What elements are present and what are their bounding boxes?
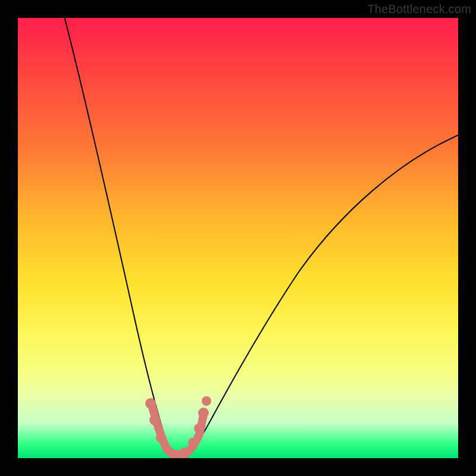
watermark-text: TheBottleneck.com: [367, 2, 471, 16]
curve-right-branch: [176, 134, 458, 456]
marker-dot: [198, 408, 209, 418]
marker-dot: [163, 445, 173, 455]
marker-dot: [180, 447, 189, 457]
curve-left-branch: [63, 18, 176, 456]
plot-area: [18, 18, 458, 458]
marker-dot: [202, 396, 211, 406]
marker-dot: [194, 424, 203, 433]
marker-dot: [188, 438, 198, 447]
marker-dot: [156, 433, 165, 443]
chart-frame: TheBottleneck.com: [0, 0, 476, 476]
bottleneck-curve: [18, 18, 458, 458]
marker-dot: [145, 398, 156, 409]
marker-dot: [149, 415, 160, 425]
